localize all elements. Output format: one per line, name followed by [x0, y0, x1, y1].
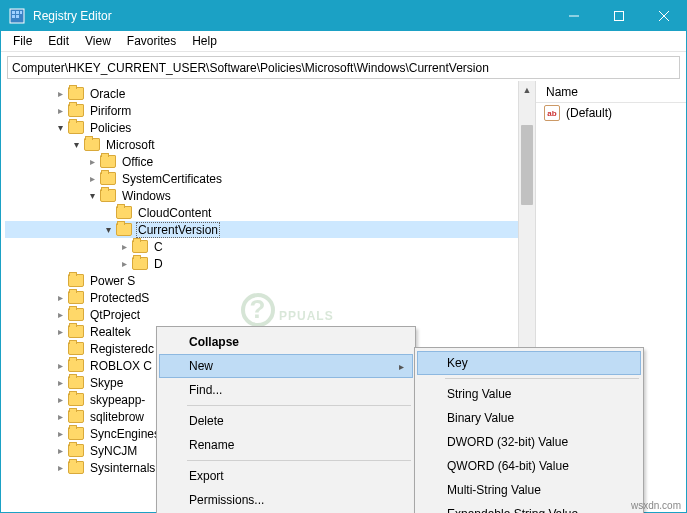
expand-icon[interactable]	[53, 104, 67, 118]
svg-rect-5	[16, 15, 19, 18]
folder-icon	[68, 291, 84, 304]
no-expand-icon	[101, 206, 115, 220]
folder-icon	[68, 393, 84, 406]
collapse-icon[interactable]	[69, 138, 83, 152]
ctx-new-key[interactable]: Key	[417, 351, 641, 375]
folder-icon	[68, 308, 84, 321]
selected-label: CurrentVersion	[136, 222, 220, 238]
expand-icon[interactable]	[53, 393, 67, 407]
ctx-new-multistring[interactable]: Multi-String Value	[417, 478, 641, 502]
tree-item-cloudcontent[interactable]: CloudContent	[5, 204, 535, 221]
registry-editor-icon	[9, 8, 25, 24]
ctx-new-expandstring[interactable]: Expandable String Value	[417, 502, 641, 513]
no-expand-icon	[53, 342, 67, 356]
value-row-default[interactable]: ab (Default)	[536, 103, 686, 123]
folder-icon	[68, 376, 84, 389]
collapse-icon[interactable]	[53, 121, 67, 135]
menu-view[interactable]: View	[77, 32, 119, 50]
expand-icon[interactable]	[53, 359, 67, 373]
column-header-name[interactable]: Name	[536, 81, 686, 103]
menu-help[interactable]: Help	[184, 32, 225, 50]
svg-rect-7	[614, 12, 623, 21]
folder-icon	[68, 325, 84, 338]
separator	[445, 378, 639, 379]
folder-icon	[68, 342, 84, 355]
minimize-button[interactable]	[551, 1, 596, 31]
ctx-new-qword[interactable]: QWORD (64-bit) Value	[417, 454, 641, 478]
menu-file[interactable]: File	[5, 32, 40, 50]
menubar: File Edit View Favorites Help	[1, 31, 686, 52]
tree-item-windows[interactable]: Windows	[5, 187, 535, 204]
expand-icon[interactable]	[53, 376, 67, 390]
folder-icon	[68, 104, 84, 117]
separator	[187, 460, 411, 461]
folder-icon	[68, 461, 84, 474]
expand-icon[interactable]	[53, 410, 67, 424]
expand-icon[interactable]	[117, 257, 131, 271]
tree-item-child-c[interactable]: C	[5, 238, 535, 255]
tree-item-systemcertificates[interactable]: SystemCertificates	[5, 170, 535, 187]
titlebar[interactable]: Registry Editor	[1, 1, 686, 31]
expand-icon[interactable]	[85, 172, 99, 186]
window-controls	[551, 1, 686, 31]
folder-icon	[132, 257, 148, 270]
expand-icon[interactable]	[53, 461, 67, 475]
ctx-delete[interactable]: Delete	[159, 409, 413, 433]
folder-icon	[100, 189, 116, 202]
expand-icon[interactable]	[117, 240, 131, 254]
tree-item-piriform[interactable]: Piriform	[5, 102, 535, 119]
folder-icon	[116, 223, 132, 236]
maximize-button[interactable]	[596, 1, 641, 31]
tree-item-office[interactable]: Office	[5, 153, 535, 170]
folder-icon	[68, 121, 84, 134]
address-bar[interactable]: Computer\HKEY_CURRENT_USER\Software\Poli…	[7, 56, 680, 79]
svg-rect-3	[20, 11, 22, 14]
folder-icon	[132, 240, 148, 253]
expand-icon[interactable]	[53, 444, 67, 458]
ctx-new-binary[interactable]: Binary Value	[417, 406, 641, 430]
tree-item-power[interactable]: Power S	[5, 272, 535, 289]
ctx-export[interactable]: Export	[159, 464, 413, 488]
tree-item-protected[interactable]: ProtectedS	[5, 289, 535, 306]
folder-icon	[84, 138, 100, 151]
menu-favorites[interactable]: Favorites	[119, 32, 184, 50]
ctx-collapse[interactable]: Collapse	[159, 330, 413, 354]
close-button[interactable]	[641, 1, 686, 31]
expand-icon[interactable]	[53, 325, 67, 339]
ctx-new[interactable]: New	[159, 354, 413, 378]
collapse-icon[interactable]	[85, 189, 99, 203]
context-submenu-new: Key String Value Binary Value DWORD (32-…	[414, 347, 644, 513]
tree-item-qtproject[interactable]: QtProject	[5, 306, 535, 323]
ctx-new-string[interactable]: String Value	[417, 382, 641, 406]
ctx-find[interactable]: Find...	[159, 378, 413, 402]
scroll-thumb[interactable]	[521, 125, 533, 205]
ctx-new-dword[interactable]: DWORD (32-bit) Value	[417, 430, 641, 454]
expand-icon[interactable]	[53, 427, 67, 441]
ctx-permissions[interactable]: Permissions...	[159, 488, 413, 512]
content-area: ?PPUALS Oracle Piriform Policies Microso…	[1, 81, 686, 512]
ctx-rename[interactable]: Rename	[159, 433, 413, 457]
separator	[187, 405, 411, 406]
tree-item-currentversion[interactable]: CurrentVersion	[5, 221, 535, 238]
folder-icon	[68, 410, 84, 423]
folder-icon	[100, 155, 116, 168]
tree-item-microsoft[interactable]: Microsoft	[5, 136, 535, 153]
expand-icon[interactable]	[53, 87, 67, 101]
tree-item-policies[interactable]: Policies	[5, 119, 535, 136]
registry-editor-window: Registry Editor File Edit View Favorites…	[0, 0, 687, 513]
collapse-icon[interactable]	[101, 223, 115, 237]
menu-edit[interactable]: Edit	[40, 32, 77, 50]
folder-icon	[68, 274, 84, 287]
svg-rect-1	[12, 11, 15, 14]
expand-icon[interactable]	[85, 155, 99, 169]
folder-icon	[68, 359, 84, 372]
folder-icon	[100, 172, 116, 185]
folder-icon	[68, 427, 84, 440]
scroll-up-icon[interactable]: ▲	[519, 81, 535, 98]
address-text: Computer\HKEY_CURRENT_USER\Software\Poli…	[12, 61, 489, 75]
tree-item-oracle[interactable]: Oracle	[5, 85, 535, 102]
context-menu: Collapse New Find... Delete Rename Expor…	[156, 326, 416, 513]
tree-item-child-d[interactable]: D	[5, 255, 535, 272]
expand-icon[interactable]	[53, 308, 67, 322]
expand-icon[interactable]	[53, 291, 67, 305]
